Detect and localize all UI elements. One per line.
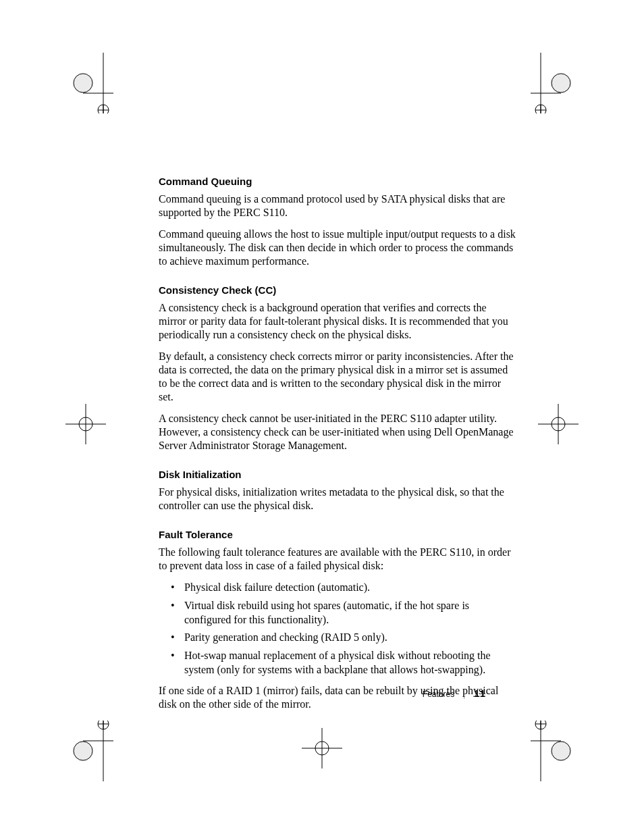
svg-point-2	[74, 74, 92, 93]
heading-consistency-check: Consistency Check (CC)	[159, 284, 516, 296]
registration-cross-icon	[298, 725, 346, 772]
registration-cross-icon	[62, 400, 109, 448]
paragraph: For physical disks, initialization write…	[159, 486, 516, 513]
svg-point-24	[552, 741, 570, 760]
list-item: Virtual disk rebuild using hot spares (a…	[159, 599, 516, 627]
registration-cross-icon	[535, 400, 582, 448]
svg-point-30	[79, 417, 92, 431]
paragraph: Command queuing is a command protocol us…	[159, 192, 516, 219]
list-item: Parity generation and checking (RAID 5 o…	[159, 631, 516, 645]
svg-point-3	[74, 74, 92, 93]
paragraph: Command queuing allows the host to issue…	[159, 228, 516, 268]
svg-point-36	[315, 741, 329, 755]
svg-point-17	[74, 741, 92, 760]
svg-point-33	[552, 417, 565, 431]
svg-point-25	[535, 721, 546, 729]
svg-point-18	[98, 721, 109, 729]
page-number: 11	[474, 687, 485, 699]
svg-point-11	[535, 105, 546, 113]
svg-point-16	[74, 741, 92, 760]
list-item: Physical disk failure detection (automat…	[159, 581, 516, 595]
svg-point-9	[552, 74, 570, 93]
paragraph: A consistency check cannot be user-initi…	[159, 412, 516, 452]
heading-command-queuing: Command Queuing	[159, 176, 516, 187]
svg-point-4	[98, 105, 109, 113]
heading-fault-tolerance: Fault Tolerance	[159, 529, 516, 540]
page-footer: Features | 11	[423, 687, 485, 700]
registration-mark-icon	[53, 721, 113, 781]
bullet-list: Physical disk failure detection (automat…	[159, 581, 516, 677]
list-item: Hot-swap manual replacement of a physica…	[159, 649, 516, 677]
svg-point-10	[552, 74, 570, 93]
page-content: Command Queuing Command queuing is a com…	[159, 176, 516, 719]
footer-separator: |	[463, 689, 465, 699]
heading-disk-initialization: Disk Initialization	[159, 469, 516, 480]
paragraph: By default, a consistency check corrects…	[159, 350, 516, 404]
paragraph: The following fault tolerance features a…	[159, 546, 516, 573]
registration-mark-icon	[531, 53, 591, 113]
paragraph: A consistency check is a background oper…	[159, 301, 516, 342]
registration-mark-icon	[531, 721, 591, 781]
footer-section-label: Features	[423, 689, 454, 699]
svg-point-23	[552, 741, 570, 760]
registration-mark-icon	[53, 53, 113, 113]
